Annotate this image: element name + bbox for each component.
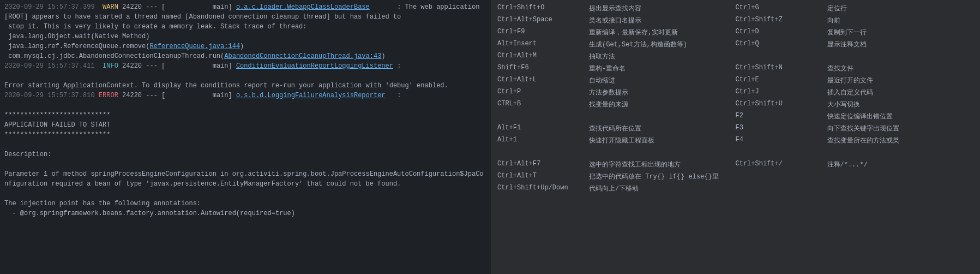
shortcut-panel: Ctrl+Shift+O提出显示查找内容Ctrl+G定位行Ctrl+Alt+Sp… (491, 0, 980, 274)
shortcut-key: Ctrl+Shift+/ (736, 160, 823, 169)
shortcut-key: Alt+1 (497, 136, 585, 145)
shortcut-desc: 找变量的来源 (589, 100, 736, 109)
log-line: APPLICATION FAILED TO START (4, 120, 486, 130)
shortcut-key: Ctrl+Shift+Z (736, 16, 823, 25)
shortcut-desc: 向前 (827, 16, 974, 25)
log-line: 2020-09-29 15:57:37.399 WARN 24220 --- [… (4, 2, 486, 22)
shortcut-desc: 注释/*...*/ (827, 160, 974, 169)
log-line (4, 71, 486, 81)
shortcut-desc: 复制到下一行 (827, 28, 974, 37)
shortcut-key: Ctrl+E (736, 76, 823, 85)
shortcut-desc: 方法参数提示 (589, 88, 736, 97)
shortcut-desc: 选中的字符查找工程出现的地方 (589, 160, 736, 169)
shortcut-key: Ctrl+G (736, 4, 823, 13)
shortcut-key: Ctrl+Shift+N (736, 64, 823, 73)
shortcut-key: F4 (736, 136, 823, 145)
shortcut-row: Ctrl+Shift+O提出显示查找内容Ctrl+G定位行 (491, 2, 980, 14)
shortcut-key: CTRL+B (497, 100, 585, 109)
shortcut-row (491, 146, 980, 158)
log-line: - @org.springframework.beans.factory.ann… (4, 209, 486, 218)
shortcut-desc: 类名或接口名提示 (589, 16, 736, 25)
log-line: 2020-09-29 15:57:37.810 ERROR 24220 --- … (4, 91, 486, 100)
shortcut-desc: 重构-重命名 (589, 64, 736, 73)
shortcut-desc: 插入自定义代码 (827, 88, 974, 97)
shortcut-desc: 抽取方法 (589, 52, 736, 61)
shortcut-key: Ctrl+Alt+M (497, 52, 585, 61)
shortcut-row: Alt+Insert生成(Get,Set方法,构造函数等)Ctrl+Q显示注释文… (491, 38, 980, 50)
shortcut-row: Ctrl+Shift+Up/Down代码向上/下移动 (491, 182, 980, 194)
log-line: java.lang.ref.ReferenceQueue.remove(Refe… (4, 41, 486, 51)
shortcut-row: Shift+F6重构-重命名Ctrl+Shift+N查找文件 (491, 62, 980, 74)
log-panel: 2020-09-29 15:57:37.399 WARN 24220 --- [… (0, 0, 491, 274)
shortcut-row: Ctrl+Alt+Space类名或接口名提示Ctrl+Shift+Z向前 (491, 14, 980, 26)
shortcut-desc: 显示注释文档 (827, 40, 974, 49)
shortcut-key: Alt+F1 (497, 124, 585, 133)
shortcut-row: CTRL+B找变量的来源Ctrl+Shift+U大小写切换 (491, 98, 980, 110)
shortcut-desc: 查找文件 (827, 64, 974, 73)
shortcut-desc: 把选中的代码放在 Try{} if{} else{}里 (589, 172, 736, 181)
shortcut-row: Ctrl+F9重新编译，最新保存,实时更新Ctrl+D复制到下一行 (491, 26, 980, 38)
shortcut-row: F2快速定位编译出错位置 (491, 110, 980, 122)
shortcut-key: Ctrl+Q (736, 40, 823, 49)
shortcut-desc: 大小写切换 (827, 100, 974, 109)
shortcut-key: Ctrl+Alt+T (497, 172, 585, 181)
shortcut-key: F3 (736, 124, 823, 133)
log-line: Description: (4, 150, 486, 159)
shortcut-desc: 查找变量所在的方法或类 (827, 136, 974, 145)
log-line (4, 140, 486, 150)
shortcut-desc: 代码向上/下移动 (589, 184, 736, 193)
shortcut-key: Alt+Insert (497, 40, 585, 49)
shortcut-row: Alt+F1查找代码所在位置F3向下查找关键字出现位置 (491, 122, 980, 134)
log-line: 2020-09-29 15:57:37.411 INFO 24220 --- [… (4, 61, 486, 71)
shortcut-key: Ctrl+D (736, 28, 823, 37)
shortcut-desc: 提出显示查找内容 (589, 4, 736, 13)
shortcut-key: Ctrl+P (497, 88, 585, 97)
shortcut-key: Ctrl+Alt+Space (497, 16, 585, 25)
shortcut-key: Ctrl+J (736, 88, 823, 97)
shortcut-desc: 定位行 (827, 4, 974, 13)
shortcut-desc: 向下查找关键字出现位置 (827, 124, 974, 133)
shortcut-desc: 自动缩进 (589, 76, 736, 85)
shortcut-desc: 快速定位编译出错位置 (827, 112, 974, 121)
shortcut-row: Ctrl+P方法参数提示Ctrl+J插入自定义代码 (491, 86, 980, 98)
shortcut-row: Ctrl+Alt+L自动缩进Ctrl+E最近打开的文件 (491, 74, 980, 86)
shortcut-row: Alt+1快速打开隐藏工程面板F4查找变量所在的方法或类 (491, 134, 980, 146)
shortcut-key: Ctrl+Shift+U (736, 100, 823, 109)
shortcut-key: F2 (736, 112, 823, 121)
log-line: stop it. This is very likely to create a… (4, 22, 486, 32)
log-line: java.lang.Object.wait(Native Method) (4, 32, 486, 41)
shortcut-desc: 查找代码所在位置 (589, 124, 736, 133)
shortcut-desc: 生成(Get,Set方法,构造函数等) (589, 40, 736, 49)
shortcut-key: Ctrl+Shift+O (497, 4, 585, 13)
log-line: Error starting ApplicationContext. To di… (4, 81, 486, 91)
log-line: The injection point has the following an… (4, 199, 486, 209)
log-line: *************************** (4, 130, 486, 140)
shortcut-row: Ctrl+Alt+F7选中的字符查找工程出现的地方Ctrl+Shift+/注释/… (491, 158, 980, 170)
shortcut-row: Ctrl+Alt+T把选中的代码放在 Try{} if{} else{}里 (491, 170, 980, 182)
shortcut-key: Ctrl+F9 (497, 28, 585, 37)
log-line: com.mysql.cj.jdbc.AbandonedConnectionCle… (4, 51, 486, 61)
shortcut-key: Ctrl+Alt+L (497, 76, 585, 85)
shortcut-desc: 快速打开隐藏工程面板 (589, 136, 736, 145)
log-line (4, 189, 486, 199)
shortcut-row: Ctrl+Alt+M抽取方法 (491, 50, 980, 62)
log-line: Parameter 1 of method springProcessEngin… (4, 169, 486, 189)
log-line (4, 159, 486, 169)
shortcut-desc: 最近打开的文件 (827, 76, 974, 85)
shortcut-desc: 重新编译，最新保存,实时更新 (589, 28, 736, 37)
shortcut-key: Ctrl+Shift+Up/Down (497, 184, 585, 193)
shortcut-key: Shift+F6 (497, 64, 585, 73)
log-line (4, 100, 486, 110)
log-line: *************************** (4, 110, 486, 120)
shortcut-key: Ctrl+Alt+F7 (497, 160, 585, 169)
